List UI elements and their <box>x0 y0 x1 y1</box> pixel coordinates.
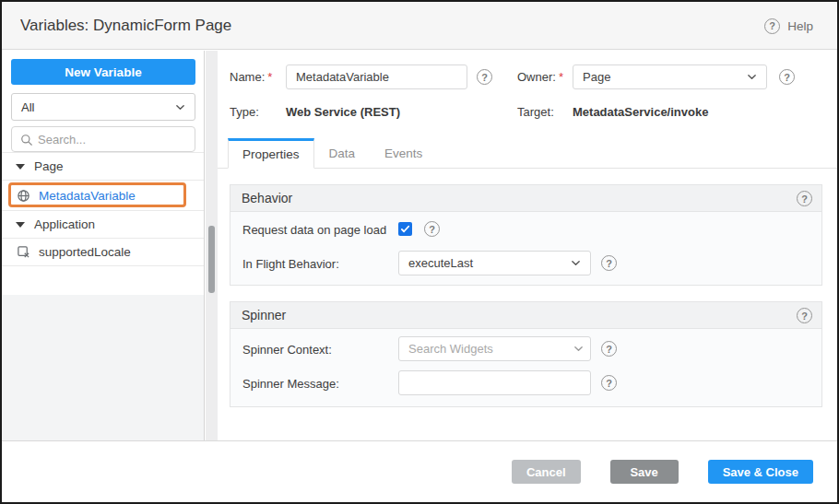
behavior-section-body: Request data on page load In Flight Beha… <box>230 212 822 286</box>
globe-icon <box>17 189 30 203</box>
inflight-selected-value: executeLast <box>408 256 473 270</box>
search-box <box>11 126 195 152</box>
spinner-context-combobox[interactable] <box>398 336 591 361</box>
tab-events[interactable]: Events <box>370 138 437 168</box>
type-label: Type: <box>230 103 259 122</box>
type-value: Web Service (REST) <box>286 103 400 122</box>
tree-item-label: MetadataVariable <box>39 189 136 203</box>
inflight-label: In Flight Behavior: <box>242 257 339 271</box>
caret-down-icon <box>16 164 25 170</box>
spinner-section-header: Spinner <box>230 301 822 329</box>
target-label: Target: <box>517 103 554 122</box>
spinner-section: Spinner Spinner Context: Spinner Message… <box>230 301 822 407</box>
help-icon <box>764 18 780 34</box>
editor-tabbar: Properties Data Events <box>218 138 837 169</box>
caret-down-icon <box>16 222 25 228</box>
filter-selected-value: All <box>21 100 34 114</box>
tree-item-label: supportedLocale <box>39 245 131 259</box>
help-button[interactable]: Help <box>764 2 813 50</box>
search-icon <box>20 134 33 147</box>
spinner-message-label: Spinner Message: <box>242 377 339 391</box>
owner-select[interactable]: Page <box>573 64 767 89</box>
owner-help-icon[interactable] <box>779 69 795 85</box>
spinner-message-help-icon[interactable] <box>601 375 617 391</box>
inflight-help-icon[interactable] <box>601 255 617 271</box>
chevron-down-icon <box>747 72 757 82</box>
spinner-section-body: Spinner Context: Spinner Message: <box>230 329 822 407</box>
tree-item-supportedlocale[interactable]: supportedLocale <box>2 239 204 266</box>
behavior-section: Behavior Request data on page load In Fl… <box>230 184 822 286</box>
save-button[interactable]: Save <box>610 460 679 484</box>
sidebar-empty-area <box>2 295 204 440</box>
name-input[interactable] <box>286 64 467 89</box>
request-data-label: Request data on page load <box>242 223 386 237</box>
scrollbar-track[interactable] <box>206 51 218 440</box>
request-data-checkbox[interactable] <box>398 222 412 236</box>
tab-data[interactable]: Data <box>314 138 371 168</box>
behavior-help-icon[interactable] <box>797 191 812 206</box>
scrollbar-thumb[interactable] <box>208 226 215 293</box>
help-label: Help <box>787 19 813 33</box>
tree-group-label: Page <box>34 159 64 173</box>
cancel-button[interactable]: Cancel <box>512 460 581 484</box>
variable-icon <box>17 245 30 259</box>
dialog-titlebar: Variables: DynamicForm Page Help <box>2 2 837 50</box>
chevron-down-icon <box>571 258 581 268</box>
tree-item-metadatavariable[interactable]: MetadataVariable <box>2 181 204 211</box>
check-icon <box>400 224 410 234</box>
save-and-close-button[interactable]: Save & Close <box>708 460 813 484</box>
behavior-section-header: Behavior <box>230 184 822 212</box>
chevron-down-icon <box>175 102 185 112</box>
name-label: Name:* <box>230 64 272 89</box>
required-asterisk: * <box>267 70 272 84</box>
variable-editor-panel: Name:* Owner:* Page Type: Web Service (R… <box>218 51 837 440</box>
variable-filter-select[interactable]: All <box>11 93 195 121</box>
name-help-icon[interactable] <box>477 69 492 85</box>
tree-group-label: Application <box>34 217 95 231</box>
variables-sidebar: New Variable All Page MetadataVariable <box>2 51 205 440</box>
tree-group-page[interactable]: Page <box>2 153 204 181</box>
tab-properties[interactable]: Properties <box>228 138 314 169</box>
owner-label: Owner:* <box>517 64 563 89</box>
variables-tree: Page MetadataVariable Application suppor… <box>2 152 204 266</box>
tree-group-application[interactable]: Application <box>2 211 204 239</box>
behavior-section-title: Behavior <box>242 191 292 205</box>
variables-dialog: Variables: DynamicForm Page Help New Var… <box>0 0 839 504</box>
page-title: Variables: DynamicForm Page <box>20 2 231 50</box>
dialog-footer: Cancel Save Save & Close <box>2 440 837 502</box>
spinner-section-title: Spinner <box>242 308 286 322</box>
search-input[interactable] <box>38 127 193 151</box>
spinner-message-input[interactable] <box>398 370 591 395</box>
spinner-context-help-icon[interactable] <box>601 341 617 357</box>
inflight-select[interactable]: executeLast <box>398 251 591 275</box>
chevron-down-icon <box>573 344 584 354</box>
spinner-help-icon[interactable] <box>797 308 812 323</box>
request-data-help-icon[interactable] <box>424 221 440 237</box>
target-value: MetadataService/invoke <box>573 103 708 122</box>
spinner-context-label: Spinner Context: <box>242 343 332 357</box>
new-variable-button[interactable]: New Variable <box>11 59 195 85</box>
required-asterisk: * <box>559 70 563 84</box>
owner-selected-value: Page <box>583 70 610 84</box>
spinner-context-input[interactable] <box>398 336 591 361</box>
